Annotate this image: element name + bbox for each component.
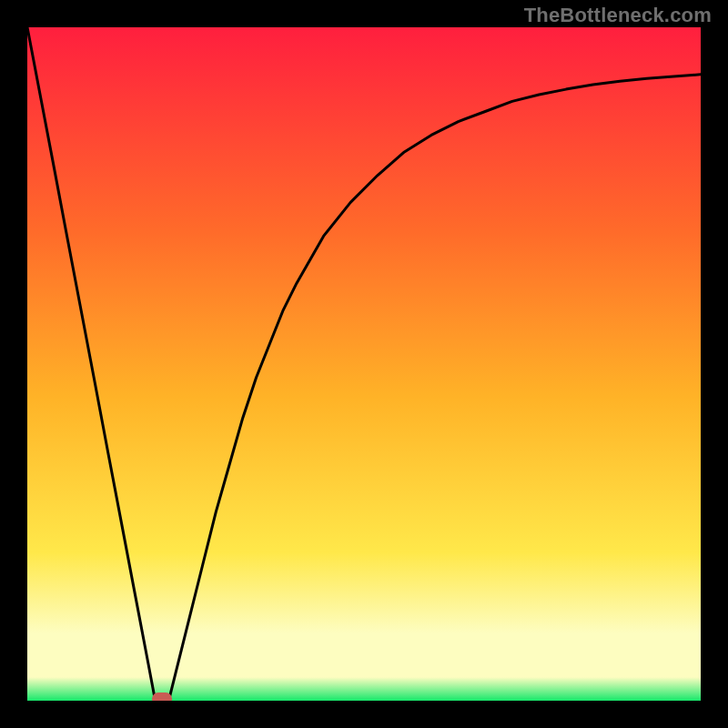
plot-svg [27, 27, 701, 701]
chart-frame: TheBottleneck.com [0, 0, 728, 728]
watermark-text: TheBottleneck.com [524, 4, 712, 27]
gradient-background [27, 27, 701, 701]
min-point-marker [152, 693, 172, 701]
plot-area [27, 27, 701, 701]
